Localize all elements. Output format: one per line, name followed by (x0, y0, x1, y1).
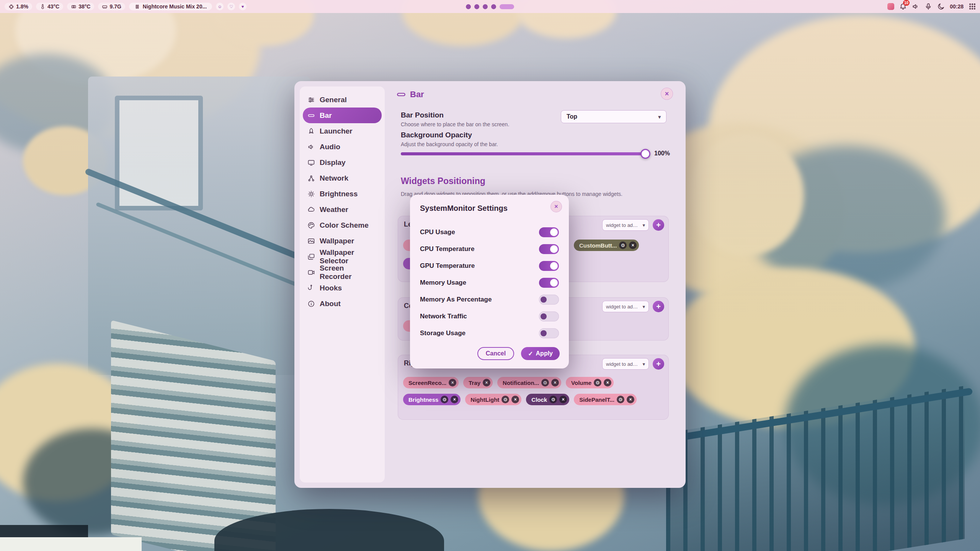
sidebar-item-wallpaper-selector[interactable]: Wallpaper Selector (303, 249, 382, 264)
notifications-button[interactable]: 10 (899, 2, 907, 11)
workspace-active-indicator[interactable] (500, 4, 514, 9)
remove-widget-icon[interactable]: × (629, 241, 637, 249)
sidebar-item-wallpaper[interactable]: Wallpaper (303, 233, 382, 249)
toggle-visibility-icon[interactable]: ⊙ (501, 396, 509, 403)
cpu-temp-stat[interactable]: 43°C (36, 3, 63, 10)
color-swatch-icon[interactable] (887, 3, 894, 10)
sidebar-item-launcher[interactable]: Launcher (303, 123, 382, 139)
favorite-button[interactable]: ♡ (227, 3, 235, 10)
background-opacity-slider[interactable] (401, 149, 649, 158)
smiley-icon: ☺ (217, 4, 222, 9)
emote-button[interactable]: ☺ (216, 3, 224, 10)
add-widget-placeholder: widget to add... (606, 361, 639, 367)
background-opacity-description: Adjust the background opacity of the bar… (401, 141, 498, 147)
toggle-knob (541, 297, 547, 303)
toggle-visibility-icon[interactable]: ⊙ (617, 396, 624, 403)
sidebar-item-hooks[interactable]: Hooks (303, 280, 382, 296)
modal-close-button[interactable]: × (550, 201, 562, 212)
add-widget-button[interactable]: + (653, 358, 664, 370)
check-icon: ✓ (528, 350, 533, 357)
modal-buttons: Cancel ✓ Apply (477, 347, 560, 360)
remove-widget-icon[interactable]: × (604, 379, 611, 386)
widget-chip[interactable]: CustomButt... ⊙ × (574, 240, 639, 251)
gpu-temperature-toggle[interactable] (539, 261, 559, 271)
slider-handle[interactable] (640, 149, 650, 159)
media-player-pill[interactable]: Nightcore Music Mix 20... (129, 3, 212, 10)
toggle-visibility-icon[interactable]: ⊙ (541, 379, 549, 386)
desktop: 1.8% 43°C 38°C 9.7G Nightcore Music Mix … (0, 0, 980, 551)
right-section-controls: widget to add... ▾ + (602, 358, 664, 370)
network-traffic-toggle[interactable] (539, 311, 559, 321)
cpu-usage-stat[interactable]: 1.8% (5, 3, 32, 10)
volume-icon[interactable] (912, 3, 920, 10)
toggle-row-gpu-temperature: GPU Temperature (420, 258, 559, 274)
like-button[interactable]: ♥ (239, 3, 247, 10)
widget-chip[interactable]: NightLight ⊙ × (465, 394, 521, 405)
window-close-button[interactable]: × (661, 88, 673, 100)
apply-button[interactable]: ✓ Apply (521, 347, 560, 360)
bar-position-dropdown[interactable]: Top ▾ (561, 110, 666, 123)
sidebar-item-weather[interactable]: Weather (303, 202, 382, 217)
toggle-visibility-icon[interactable]: ⊙ (441, 396, 448, 403)
widget-chip[interactable]: Notification... ⊙ × (497, 377, 561, 388)
widget-chip[interactable]: Clock ⊙ × (526, 394, 569, 405)
gpu-temp-stat[interactable]: 38°C (67, 3, 94, 10)
sidebar-item-label: Audio (320, 143, 340, 151)
add-widget-dropdown[interactable]: widget to add... ▾ (602, 358, 649, 370)
microphone-icon[interactable] (924, 3, 932, 10)
storage-usage-toggle[interactable] (539, 328, 559, 338)
workspace-dot[interactable] (483, 4, 488, 9)
left-section-controls: widget to add... ▾ + (602, 219, 664, 231)
memory-as-percentage-toggle[interactable] (539, 295, 559, 305)
toggle-visibility-icon[interactable]: ⊙ (549, 396, 557, 403)
memory-stat[interactable]: 9.7G (98, 3, 125, 10)
workspace-dot[interactable] (491, 4, 496, 9)
workspace-dot[interactable] (466, 4, 471, 9)
image-icon (307, 237, 315, 245)
workspace-dot[interactable] (474, 4, 479, 9)
memory-usage-toggle[interactable] (539, 278, 559, 288)
modal-title: SystemMonitor Settings (420, 204, 508, 213)
add-widget-button[interactable]: + (653, 301, 664, 312)
sidebar-item-screen-recorder[interactable]: Screen Recorder (303, 264, 382, 280)
sidebar-item-network[interactable]: Network (303, 170, 382, 186)
sidebar-item-display[interactable]: Display (303, 155, 382, 170)
chevron-down-icon: ▾ (642, 304, 645, 310)
remove-widget-icon[interactable]: × (551, 379, 559, 386)
remove-widget-icon[interactable]: × (627, 396, 634, 403)
add-widget-dropdown[interactable]: widget to add... ▾ (602, 219, 649, 231)
widget-chip[interactable]: Tray × (463, 377, 493, 388)
widget-chip-label: Notification... (503, 380, 539, 386)
clock[interactable]: 00:28 (950, 3, 964, 10)
cpu-usage-toggle[interactable] (539, 227, 559, 237)
remove-widget-icon[interactable]: × (483, 379, 490, 386)
widget-chip[interactable]: ScreenReco... × (403, 377, 459, 388)
remove-widget-icon[interactable]: × (511, 396, 519, 403)
cancel-button[interactable]: Cancel (477, 347, 514, 360)
remove-widget-icon[interactable]: × (451, 396, 458, 403)
toggle-visibility-icon[interactable]: ⊙ (619, 241, 627, 249)
widgets-positioning-title: Widgets Positioning (401, 176, 485, 186)
sidebar-item-brightness[interactable]: Brightness (303, 186, 382, 202)
widget-chip[interactable]: SidePanelT... ⊙ × (574, 394, 637, 405)
bar-position-label: Bar Position (401, 111, 444, 119)
add-widget-dropdown[interactable]: widget to add... ▾ (602, 301, 649, 312)
workspaces (466, 0, 514, 13)
add-widget-button[interactable]: + (653, 219, 664, 231)
widget-chip[interactable]: Brightness ⊙ × (403, 394, 461, 405)
widget-chip[interactable]: Volume ⊙ × (566, 377, 614, 388)
remove-widget-icon[interactable]: × (449, 379, 456, 386)
sidebar-item-color-scheme[interactable]: Color Scheme (303, 217, 382, 233)
sidebar-item-bar[interactable]: Bar (303, 108, 382, 123)
slider-track[interactable] (401, 152, 649, 155)
media-title: Nightcore Music Mix 20... (143, 3, 207, 10)
sidebar-item-audio[interactable]: Audio (303, 139, 382, 155)
app-grid-icon[interactable] (969, 3, 976, 10)
sidebar-item-about[interactable]: About (303, 296, 382, 311)
remove-widget-icon[interactable]: × (559, 396, 567, 403)
sidebar-item-general[interactable]: General (303, 92, 382, 108)
cpu-temperature-toggle[interactable] (539, 244, 559, 254)
top-bar: 1.8% 43°C 38°C 9.7G Nightcore Music Mix … (0, 0, 980, 13)
toggle-visibility-icon[interactable]: ⊙ (594, 379, 601, 386)
night-light-moon-icon[interactable] (937, 3, 945, 10)
